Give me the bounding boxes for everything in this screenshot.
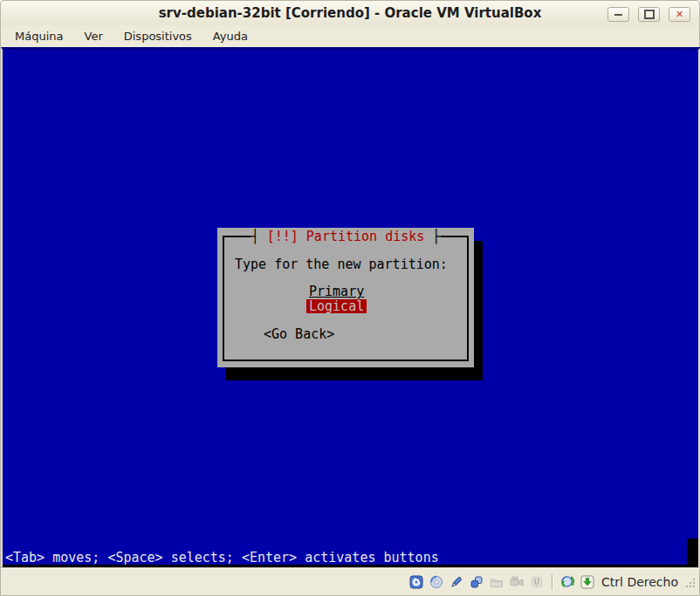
network-icon[interactable] [469,574,484,590]
go-back-button[interactable]: <Go Back> [264,327,334,341]
close-icon: ✕ [676,10,683,19]
optical-disc-icon[interactable] [429,574,444,590]
statusbar-separator [552,574,552,590]
status-bar: U Ctrl Derecho [1,567,699,595]
vm-screen[interactable]: ┤ [!!] Partition disks ├ Type for the ne… [1,47,700,570]
window-title: srv-debian-32bit [Corriendo] - Oracle VM… [159,5,542,21]
menu-bar: Máquina Ver Dispositivos Ayuda [1,25,699,47]
host-key-label: Ctrl Derecho [601,575,678,589]
menu-maquina[interactable]: Máquina [4,27,74,45]
window-controls: ✕ [607,7,690,22]
option-logical-selected[interactable]: Logical [306,299,367,313]
minimize-button[interactable] [607,7,629,22]
video-capture-icon [509,574,525,590]
border-tick-right: ├ [432,229,440,244]
border-tick-left: ┤ [251,229,259,244]
host-key-icon [580,574,595,590]
virtualbox-window: srv-debian-32bit [Corriendo] - Oracle VM… [0,0,700,596]
option-primary[interactable]: Primary [309,284,364,298]
keyboard-help-line: <Tab> moves; <Space> selects; <Enter> ac… [5,551,439,565]
mouse-integration-icon[interactable] [559,574,575,590]
svg-text:U: U [534,578,540,586]
maximize-icon [644,10,655,19]
title-bar[interactable]: srv-debian-32bit [Corriendo] - Oracle VM… [1,1,699,25]
close-button[interactable]: ✕ [669,7,690,22]
menu-ver[interactable]: Ver [74,27,113,45]
pen-icon[interactable] [449,574,464,590]
menu-ayuda[interactable]: Ayuda [202,27,258,45]
screen-corner-padding [687,538,698,565]
minimize-icon [614,14,622,16]
usb-icon: U [529,574,545,590]
dialog-title: ┤ [!!] Partition disks ├ [251,229,441,243]
dialog-title-text: [!!] Partition disks [259,229,433,244]
resize-grip[interactable] [684,576,697,593]
status-indicators: U Ctrl Derecho [408,568,678,595]
maximize-button[interactable] [638,7,660,22]
dialog-prompt: Type for the new partition: [235,257,448,271]
installer-console[interactable]: ┤ [!!] Partition disks ├ Type for the ne… [3,50,698,565]
shared-folder-icon [489,574,504,590]
partition-dialog: ┤ [!!] Partition disks ├ Type for the ne… [217,228,474,367]
menu-dispositivos[interactable]: Dispositivos [113,27,202,45]
hard-disk-icon[interactable] [408,574,424,590]
